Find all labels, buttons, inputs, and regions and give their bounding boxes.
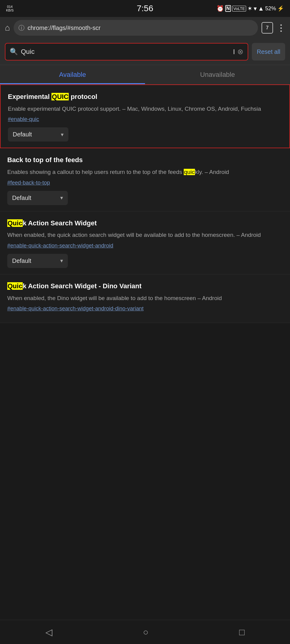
flag-desc-quick-action-dino: When enabled, the Dino widget will be av… [7,294,283,303]
flag-dropdown-back-to-top[interactable]: Default ▾ [7,191,68,205]
status-bar: 014 KB/S 7:56 ⏰ N VoLTE ✶ ▾ ▲ 52% ⚡ [0,0,290,17]
browser-home-button[interactable]: ⌂ [5,23,10,33]
flag-title-quick-action: Quick Action Search Widget [7,219,283,228]
flag-title-back-to-top: Back to top of the feeds [7,155,283,165]
battery-text: 52% [265,5,276,12]
flag-title-quick-action-dino: Quick Action Search Widget - Dino Varian… [7,282,283,291]
tab-available[interactable]: Available [0,65,145,84]
status-icons: ⏰ N VoLTE ✶ ▾ ▲ 52% ⚡ [216,5,284,12]
signal-icon: ▲ [258,5,264,12]
chevron-down-icon-3: ▾ [60,257,63,264]
chevron-down-icon: ▾ [61,131,64,138]
flag-desc-quick-action: When enabled, the quick action search wi… [7,231,283,240]
url-bar[interactable]: ⓘ chrome://flags/#smooth-scr [14,20,258,36]
search-section: 🔍 Quic ⊗ Reset all [0,39,290,65]
nav-back-button[interactable]: ◁ [45,627,52,637]
flag-dropdown-experimental-quic[interactable]: Default ▾ [8,127,68,142]
flag-title-post-4: k Action Search Widget - Dino Variant [23,282,142,290]
flag-item-quick-action-dino: Quick Action Search Widget - Dino Varian… [0,274,290,323]
tabs-section: Available Unavailable [0,65,290,84]
nav-home-button[interactable]: ○ [143,627,148,637]
flag-link-quick-action[interactable]: #enable-quick-action-search-widget-andro… [7,243,283,249]
flag-item-quick-action-search-widget: Quick Action Search Widget When enabled,… [0,211,290,274]
flags-list: Experimental QUIC protocol Enable experi… [0,84,290,323]
flag-item-experimental-quic: Experimental QUIC protocol Enable experi… [0,84,290,148]
flag-title-post-3: k Action Search Widget [23,219,97,227]
flag-title-pre: Experimental [8,93,51,100]
search-box[interactable]: 🔍 Quic ⊗ [5,43,248,60]
bluetooth-icon: ✶ [247,5,252,12]
flag-title-post: protocol [69,93,97,100]
flag-link-experimental-quic[interactable]: #enable-quic [8,116,282,123]
search-input[interactable]: Quic [21,48,230,56]
browser-chrome: ⌂ ⓘ chrome://flags/#smooth-scr 7 ⋮ [0,17,290,39]
flag-dropdown-value: Default [13,131,32,138]
search-clear-icon[interactable]: ⊗ [237,47,243,56]
alarm-icon: ⏰ [216,5,224,12]
flag-dropdown-value-2: Default [12,195,31,201]
nfc-icon: N [225,5,231,12]
tab-count-button[interactable]: 7 [262,22,273,34]
menu-button[interactable]: ⋮ [277,23,285,33]
flag-highlight-quick-3: Quic [7,219,23,227]
reset-all-button[interactable]: Reset all [252,43,285,60]
flag-title-experimental-quic: Experimental QUIC protocol [8,92,282,102]
flag-link-back-to-top[interactable]: #feed-back-to-top [7,180,283,186]
search-icon: 🔍 [10,48,18,56]
charging-icon: ⚡ [277,5,284,12]
info-icon: ⓘ [18,24,25,32]
flag-dropdown-value-3: Default [12,257,31,264]
tab-unavailable[interactable]: Unavailable [145,65,290,84]
flag-desc-experimental-quic: Enable experimental QUIC protocol suppor… [8,105,282,113]
wifi-icon: ▾ [254,5,257,12]
nav-recents-button[interactable]: □ [239,627,245,637]
flag-highlight-quic: QUIC [51,93,69,100]
flag-dropdown-quick-action[interactable]: Default ▾ [7,254,68,268]
flag-highlight-quic-2: quic [184,169,195,175]
flag-item-back-to-top: Back to top of the feeds Enables showing… [0,148,290,211]
status-data-speed: 014 KB/S [6,5,14,12]
lte-icon: VoLTE [232,6,246,11]
flag-desc-back-to-top: Enables showing a callout to help users … [7,168,283,177]
flag-link-quick-action-dino[interactable]: #enable-quick-action-search-widget-andro… [7,306,283,312]
flag-highlight-quick-4: Quic [7,282,23,290]
url-text: chrome://flags/#smooth-scr [28,25,253,31]
status-time: 7:56 [137,4,153,13]
chevron-down-icon-2: ▾ [60,195,63,201]
nav-bar: ◁ ○ □ [0,620,290,644]
